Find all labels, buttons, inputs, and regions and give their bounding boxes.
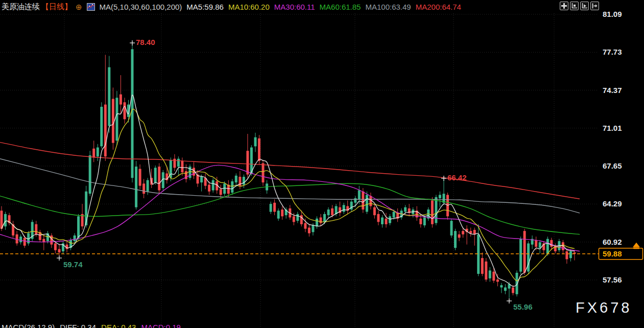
candle-body (220, 189, 222, 195)
macd-param-label: MACD(26,12,9) (2, 323, 55, 328)
candle-body (77, 216, 80, 238)
page-forward-icon[interactable] (590, 2, 599, 10)
candle-body (323, 214, 326, 222)
price-extreme-label: 78.40 (136, 38, 155, 46)
candle-body (273, 203, 276, 212)
candle-body (154, 168, 157, 182)
candle-body (142, 183, 145, 194)
candle-body (97, 148, 99, 157)
candle-body (523, 231, 526, 273)
candle-body (389, 216, 391, 223)
candle-body (504, 288, 507, 291)
ma-line-ma10 (2, 109, 575, 280)
price-axis-label[interactable]: 71.01 (603, 124, 622, 132)
chart-header: 美原油连续 【日线】 ⊕ MA(5,10,30,60,100,200) MA5:… (0, 0, 644, 13)
candle-body (19, 237, 22, 242)
candle-body (492, 272, 495, 281)
candle-body (100, 107, 103, 146)
candle-body (350, 202, 353, 210)
candle-body (262, 163, 265, 183)
candle-body (546, 239, 549, 254)
trading-chart-window: 78.4059.7466.4255.9681.0977.7374.3771.01… (0, 0, 644, 328)
candle-body (231, 181, 233, 193)
candle-body (373, 207, 376, 216)
candlestick-chart-canvas[interactable]: 78.4059.7466.4255.9681.0977.7374.3771.01… (0, 0, 644, 328)
ma60-value: MA60:61.85 (320, 3, 361, 11)
candle-body (250, 148, 253, 174)
kline-chart-icon[interactable] (87, 3, 95, 11)
price-axis-label[interactable]: 74.37 (603, 86, 622, 95)
candle-body (108, 67, 110, 126)
candle-body (223, 183, 226, 194)
candle-body (208, 185, 210, 192)
candle-body (450, 221, 453, 236)
candle-body (554, 246, 557, 251)
candle-body (85, 192, 87, 225)
candle-body (212, 180, 214, 191)
candle-body (35, 224, 37, 235)
macd-indicator-row: MACD(26,12,9)DIFF: 0.34DEA: 0.43MACD:0.1… (2, 323, 186, 328)
price-axis-label[interactable]: 67.65 (603, 161, 622, 170)
candle-body (177, 159, 180, 167)
candle-body (485, 262, 487, 279)
candle-body (512, 288, 514, 293)
ma-line-ma5 (2, 95, 575, 287)
candle-body (527, 243, 530, 271)
candle-body (235, 176, 237, 182)
candle-body (158, 167, 160, 190)
candle-body (243, 177, 245, 185)
price-axis-label[interactable]: 64.29 (603, 199, 622, 208)
axis-scale-icon[interactable] (570, 2, 579, 10)
price-axis-label[interactable]: 77.73 (603, 48, 622, 56)
candle-body (462, 231, 464, 235)
candle-body (393, 212, 395, 218)
candle-body (496, 279, 499, 282)
period-label[interactable]: 【日线】 (41, 2, 72, 12)
candle-body (316, 219, 318, 227)
candle-body (293, 216, 295, 222)
candle-body (254, 137, 257, 147)
macd-diff-value: DIFF: 0.34 (60, 323, 96, 328)
ma200-value: MA200:64.74 (416, 3, 461, 11)
price-up-arrow-icon (633, 243, 640, 247)
candle-body (304, 223, 306, 229)
ma10-value: MA10:60.20 (228, 3, 270, 11)
candle-body (74, 236, 76, 241)
candle-body (147, 180, 149, 192)
candle-body (308, 228, 311, 233)
candle-body (4, 214, 7, 226)
price-extreme-label: 66.42 (447, 173, 467, 182)
candle-body (500, 285, 503, 287)
axis-play-icon[interactable] (580, 2, 589, 10)
price-axis-label[interactable]: 57.56 (603, 275, 622, 284)
current-price-value: 59.88 (603, 249, 622, 258)
ma30-value: MA30:60.11 (274, 3, 315, 11)
candle-body (439, 195, 441, 198)
candle-body (354, 198, 356, 203)
candle-body (320, 218, 322, 223)
candle-body (58, 249, 61, 253)
candle-body (481, 258, 484, 274)
candle-body (535, 240, 537, 247)
candle-body (139, 169, 141, 186)
ma100-value: MA100:63.49 (365, 3, 411, 11)
candle-body (246, 151, 249, 174)
candle-body (454, 231, 457, 248)
price-axis-label[interactable]: 60.92 (603, 238, 622, 246)
candle-body (343, 205, 345, 212)
candle-body (519, 239, 522, 272)
pan-icon[interactable] (560, 2, 568, 10)
candle-body (258, 138, 260, 161)
candle-body (369, 196, 372, 206)
candle-body (16, 235, 18, 244)
indicator-settings-icon[interactable]: ⊕ (76, 3, 82, 11)
candle-body (115, 98, 118, 140)
candle-body (381, 218, 384, 224)
candle-body (431, 200, 434, 224)
candle-body (181, 161, 183, 172)
ma5-value: MA5:59.86 (186, 3, 224, 11)
candle-body (66, 245, 68, 249)
candle-body (458, 235, 461, 238)
macd-macd-value: MACD:0.19 (141, 323, 181, 328)
candle-body (89, 155, 91, 194)
